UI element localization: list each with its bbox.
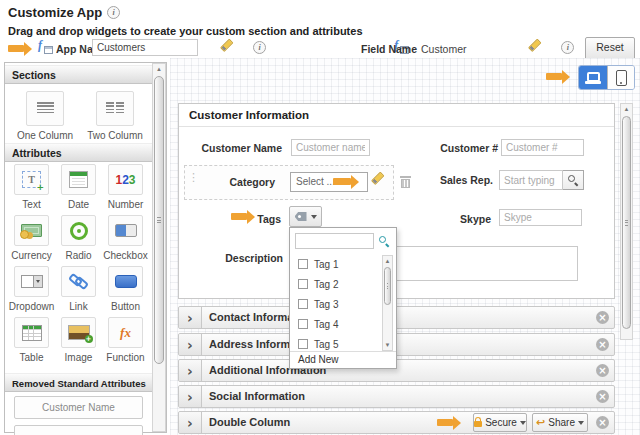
checkbox-icon[interactable] bbox=[298, 279, 308, 289]
reset-button[interactable]: Reset bbox=[585, 37, 635, 60]
customer-name-input[interactable] bbox=[291, 139, 370, 156]
tags-button[interactable] bbox=[289, 206, 322, 227]
widget-one-column[interactable]: One Column bbox=[10, 91, 80, 141]
tags-search-input[interactable] bbox=[295, 233, 374, 249]
info-icon[interactable] bbox=[107, 6, 120, 19]
attributes-header: Attributes bbox=[5, 143, 152, 162]
field-name-info-icon[interactable] bbox=[561, 41, 574, 54]
removed-attribute-item-empty[interactable] bbox=[14, 425, 143, 435]
widget-date[interactable]: Date bbox=[55, 164, 102, 210]
remove-section-icon[interactable] bbox=[596, 311, 609, 324]
expand-icon[interactable] bbox=[179, 360, 202, 381]
checkbox-icon[interactable] bbox=[298, 299, 308, 309]
one-column-icon bbox=[26, 91, 64, 126]
desktop-view-button[interactable] bbox=[579, 66, 607, 89]
dropdown-icon bbox=[14, 266, 49, 297]
checkbox-icon[interactable] bbox=[298, 319, 308, 329]
mobile-view-button[interactable] bbox=[607, 66, 634, 89]
share-button[interactable]: Share bbox=[532, 413, 588, 432]
number-icon: 123 bbox=[108, 164, 143, 195]
tags-dropdown-scrollbar[interactable]: ▲ ▼ bbox=[382, 255, 393, 351]
remove-section-icon[interactable] bbox=[596, 338, 609, 351]
tags-search-icon[interactable] bbox=[379, 236, 390, 247]
widget-image[interactable]: Image bbox=[55, 317, 102, 363]
secure-button[interactable]: Secure bbox=[473, 413, 527, 432]
tags-option-list: Tag 1 Tag 2 Tag 3 Tag 4 Tag 5 bbox=[290, 254, 382, 354]
radio-icon bbox=[61, 215, 96, 246]
customer-number-label: Customer # bbox=[398, 142, 498, 154]
tag-option[interactable]: Tag 2 bbox=[290, 274, 382, 294]
search-icon bbox=[568, 175, 579, 186]
page-subtitle: Drag and drop widgets to create your cus… bbox=[8, 25, 363, 37]
skype-input[interactable] bbox=[499, 209, 582, 226]
description-label: Description bbox=[179, 252, 283, 264]
category-field-row[interactable]: ⋮ Category Select ... bbox=[184, 165, 394, 200]
tags-dropdown-panel: Tag 1 Tag 2 Tag 3 Tag 4 Tag 5 ▲ ▼ Add Ne… bbox=[289, 227, 397, 369]
tags-label: Tags bbox=[241, 213, 281, 225]
chevron-down-icon bbox=[578, 421, 584, 425]
sales-rep-search-button[interactable] bbox=[563, 170, 584, 190]
table-icon bbox=[14, 317, 49, 348]
sales-rep-input[interactable] bbox=[499, 170, 563, 190]
lock-icon bbox=[474, 421, 482, 427]
remove-section-icon[interactable] bbox=[596, 416, 609, 429]
widget-two-column[interactable]: Two Column bbox=[80, 91, 150, 141]
field-type-icon bbox=[38, 41, 53, 54]
attributes-grid: Text Date 123 Number Currency Radio Chec… bbox=[8, 164, 152, 368]
remove-section-icon[interactable] bbox=[596, 390, 609, 403]
button-icon bbox=[108, 266, 143, 297]
widget-checkbox[interactable]: Checkbox bbox=[102, 215, 149, 261]
device-toggle bbox=[578, 65, 635, 90]
widget-sidebar: Sections One Column Two Column Attribute… bbox=[4, 62, 167, 433]
date-icon bbox=[61, 164, 96, 195]
chevron-down-icon bbox=[520, 421, 526, 425]
expand-icon[interactable] bbox=[179, 412, 202, 433]
pointer-arrow-device-toggle bbox=[546, 73, 562, 80]
tag-icon bbox=[295, 212, 307, 221]
expand-icon[interactable] bbox=[179, 334, 202, 355]
edit-field-name-icon[interactable] bbox=[529, 38, 542, 51]
field-name-label: Field Name bbox=[361, 43, 417, 55]
tag-option[interactable]: Tag 4 bbox=[290, 314, 382, 334]
customer-number-input[interactable] bbox=[501, 139, 584, 156]
widget-dropdown[interactable]: Dropdown bbox=[8, 266, 55, 312]
app-name-input[interactable] bbox=[92, 39, 198, 56]
edit-category-icon[interactable] bbox=[372, 171, 385, 184]
sales-rep-label: Sales Rep. bbox=[393, 174, 493, 186]
canvas-scrollbar[interactable]: ▲ bbox=[620, 103, 633, 340]
canvas-scrollbar-thumb[interactable] bbox=[622, 116, 631, 329]
checkbox-icon[interactable] bbox=[298, 259, 308, 269]
tag-option[interactable]: Tag 3 bbox=[290, 294, 382, 314]
field-name-value: Customer bbox=[421, 43, 467, 55]
widget-currency[interactable]: Currency bbox=[8, 215, 55, 261]
widget-number[interactable]: 123 Number bbox=[102, 164, 149, 210]
expand-icon[interactable] bbox=[179, 386, 202, 407]
link-icon bbox=[61, 266, 96, 297]
widget-button[interactable]: Button bbox=[102, 266, 149, 312]
tag-option[interactable]: Tag 1 bbox=[290, 254, 382, 274]
widget-link[interactable]: Link bbox=[55, 266, 102, 312]
widget-table[interactable]: Table bbox=[8, 317, 55, 363]
category-label: Category bbox=[195, 176, 275, 188]
checkbox-icon[interactable] bbox=[298, 339, 308, 349]
widget-function[interactable]: fx Function bbox=[102, 317, 149, 363]
widget-radio[interactable]: Radio bbox=[55, 215, 102, 261]
section-bar-social-information: Social Information bbox=[178, 385, 615, 408]
pointer-arrow-category bbox=[333, 178, 351, 185]
add-new-tag-link[interactable]: Add New bbox=[290, 351, 396, 368]
edit-app-name-icon[interactable] bbox=[221, 38, 234, 51]
expand-icon[interactable] bbox=[179, 307, 202, 328]
app-name-info-icon[interactable] bbox=[253, 41, 266, 54]
share-icon bbox=[536, 417, 545, 428]
widget-text[interactable]: Text bbox=[8, 164, 55, 210]
text-icon bbox=[14, 164, 49, 195]
removed-attribute-item[interactable]: Customer Name bbox=[14, 396, 143, 419]
sidebar-scrollbar-thumb[interactable] bbox=[154, 76, 164, 364]
tags-dropdown-scrollbar-thumb[interactable] bbox=[384, 267, 391, 305]
sidebar-scrollbar[interactable]: ▲ bbox=[152, 63, 166, 432]
chevron-down-icon bbox=[311, 215, 317, 219]
currency-icon bbox=[14, 215, 49, 246]
remove-section-icon[interactable] bbox=[596, 364, 609, 377]
page-title: Customize App bbox=[8, 5, 102, 20]
section-bar-double-column: Double Column Secure Share bbox=[178, 411, 615, 434]
